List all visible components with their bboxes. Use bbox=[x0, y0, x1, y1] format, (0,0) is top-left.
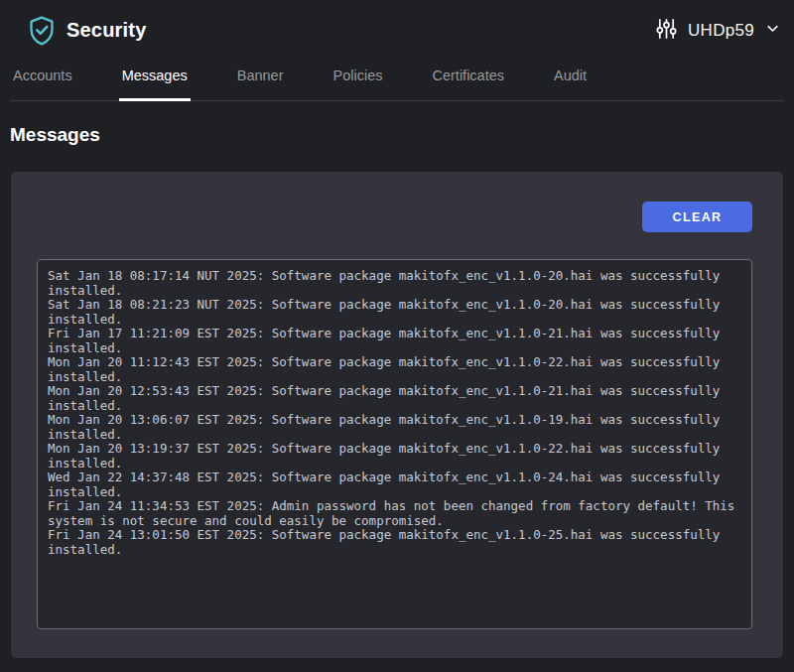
sliders-icon bbox=[656, 17, 677, 45]
chevron-down-icon bbox=[765, 21, 780, 40]
page-title: Messages bbox=[10, 124, 784, 146]
device-name: UHDp59 bbox=[688, 21, 754, 41]
messages-panel: CLEAR Sat Jan 18 08:17:14 NUT 2025: Soft… bbox=[11, 172, 783, 658]
tabbar: Accounts Messages Banner Policies Certif… bbox=[10, 57, 784, 101]
tab-certificates[interactable]: Certificates bbox=[429, 67, 507, 101]
brand: Security bbox=[28, 15, 147, 47]
shield-check-icon bbox=[28, 15, 56, 47]
device-selector-dropdown[interactable]: UHDp59 bbox=[656, 17, 780, 45]
tab-audit[interactable]: Audit bbox=[551, 67, 590, 101]
tab-banner[interactable]: Banner bbox=[234, 67, 287, 101]
panel-toolbar: CLEAR bbox=[37, 202, 752, 232]
messages-log-text: Sat Jan 18 08:17:14 NUT 2025: Software p… bbox=[48, 269, 742, 557]
app-title: Security bbox=[66, 19, 147, 42]
tab-accounts[interactable]: Accounts bbox=[10, 67, 75, 101]
clear-button[interactable]: CLEAR bbox=[642, 202, 752, 232]
tab-policies[interactable]: Policies bbox=[331, 67, 386, 101]
messages-log-box[interactable]: Sat Jan 18 08:17:14 NUT 2025: Software p… bbox=[37, 259, 752, 629]
tab-messages[interactable]: Messages bbox=[119, 67, 191, 101]
app-header: Security UHDp59 bbox=[0, 0, 794, 57]
